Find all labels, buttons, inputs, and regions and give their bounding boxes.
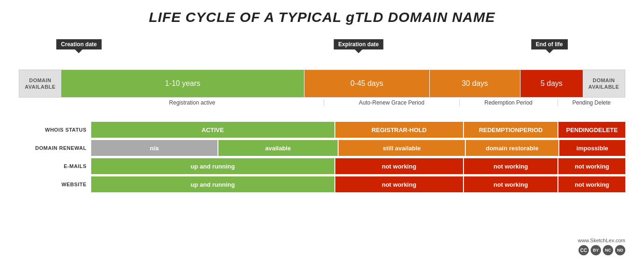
status-section: WHOIS STATUS ACTIVE REGISTRAR-HOLD REDEM…: [19, 122, 625, 192]
whois-status-cells: ACTIVE REGISTRAR-HOLD REDEMPTIONPERIOD P…: [91, 122, 625, 138]
emails-not-working-2: not working: [464, 158, 558, 174]
period-label-autorenew: Auto-Renew Grace Period: [324, 99, 460, 106]
period-label-registration: Registration active: [61, 99, 324, 106]
whois-active: ACTIVE: [91, 122, 334, 138]
creation-date-label: Creation date: [56, 39, 101, 49]
domain-renewal-row: DOMAIN RENEWAL n/a available still avail…: [19, 140, 625, 156]
whois-registrar-hold: REGISTRAR-HOLD: [335, 122, 463, 138]
end-of-life-label: End of life: [531, 39, 568, 49]
emails-cells: up and running not working not working n…: [91, 158, 625, 174]
redemption-bar: 30 days: [429, 70, 520, 97]
pending-bar: 5 days: [520, 70, 583, 97]
footer: www.SketchLex.com CC BY NC ND: [578, 238, 625, 255]
emails-label: E-MAILS: [19, 158, 91, 174]
renewal-domain-restorable: domain restorable: [466, 140, 558, 156]
website-up-running: up and running: [91, 176, 334, 192]
emails-up-running: up and running: [91, 158, 334, 174]
timeline-bars: DOMAINAVAILABLE 1-10 years 0-45 days 30 …: [19, 70, 625, 98]
by-icon: BY: [591, 245, 601, 255]
nc-icon: NC: [603, 245, 613, 255]
domain-available-left: DOMAINAVAILABLE: [19, 70, 61, 97]
website-not-working-1: not working: [335, 176, 463, 192]
whois-status-label: WHOIS STATUS: [19, 122, 91, 138]
whois-status-row: WHOIS STATUS ACTIVE REGISTRAR-HOLD REDEM…: [19, 122, 625, 138]
timeline-section: Creation date Expiration date End of lif…: [19, 39, 625, 113]
registration-bar: 1-10 years: [61, 70, 304, 97]
emails-not-working-3: not working: [558, 158, 625, 174]
footer-url: www.SketchLex.com: [578, 238, 625, 243]
period-label-pending: Pending Delete: [558, 99, 625, 106]
autorenew-bar: 0-45 days: [304, 70, 429, 97]
period-label-redemption: Redemption Period: [460, 99, 558, 106]
website-cells: up and running not working not working n…: [91, 176, 625, 192]
expiration-date-label: Expiration date: [333, 39, 384, 49]
domain-renewal-cells: n/a available still available domain res…: [91, 140, 625, 156]
website-label: WEBSITE: [19, 176, 91, 192]
whois-redemptionperiod: REDEMPTIONPERIOD: [464, 122, 558, 138]
cc-icon: CC: [579, 245, 589, 255]
renewal-na: n/a: [91, 140, 217, 156]
page: LIFE CYCLE OF A TYPICAL gTLD DOMAIN NAME…: [0, 0, 644, 260]
renewal-available: available: [218, 140, 338, 156]
nd-icon: ND: [615, 245, 625, 255]
whois-pendingdelete: PENDINGDELETE: [558, 122, 625, 138]
page-title: LIFE CYCLE OF A TYPICAL gTLD DOMAIN NAME: [19, 9, 625, 25]
website-not-working-2: not working: [464, 176, 558, 192]
domain-renewal-label: DOMAIN RENEWAL: [19, 140, 91, 156]
website-row: WEBSITE up and running not working not w…: [19, 176, 625, 192]
emails-row: E-MAILS up and running not working not w…: [19, 158, 625, 174]
footer-icons: CC BY NC ND: [578, 245, 625, 255]
renewal-impossible: impossible: [559, 140, 625, 156]
website-not-working-3: not working: [558, 176, 625, 192]
domain-available-right: DOMAINAVAILABLE: [583, 70, 625, 97]
period-labels: Registration active Auto-Renew Grace Per…: [19, 99, 625, 113]
renewal-still-available: still available: [339, 140, 465, 156]
emails-not-working-1: not working: [335, 158, 463, 174]
